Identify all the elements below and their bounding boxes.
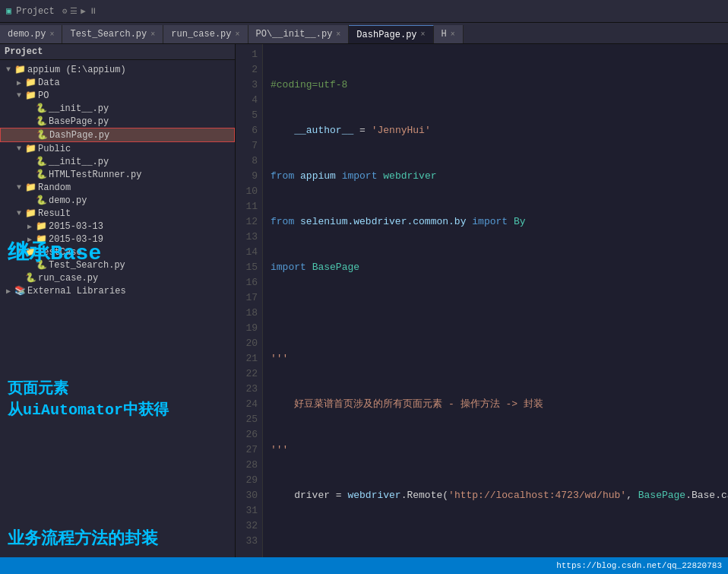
tree-arrow: ▼ [14,209,24,217]
tree-dashpage[interactable]: 🐍 DashPage.py [0,128,235,142]
sidebar: Project ▼ 📁 appium (E:\appium) ▶ 📁 Data … [0,44,236,557]
code-line-6 [271,306,728,321]
close-icon[interactable]: × [49,30,54,39]
code-line-10: driver = webdriver.Remote('http://localh… [271,488,728,503]
title-bar: ▣ Project ⚙ ☰ ▶ ⏸ [0,0,728,23]
tree-public[interactable]: ▼ 📁 Public [0,142,235,155]
tree-random[interactable]: ▼ 📁 Random [0,181,235,194]
folder-icon: 📁 [24,77,36,88]
tree-testcase[interactable]: ▼ 📁 TestCase [0,246,235,258]
tree-label: Result [38,208,71,219]
tree-label: Random [38,182,71,193]
library-icon: 📚 [14,285,26,297]
tree-label: Test_Search.py [49,260,125,271]
tab-label: demo.py [8,29,46,40]
tab-label: H [442,29,447,40]
close-icon[interactable]: × [336,30,340,39]
tree-label: BasePage.py [49,116,109,127]
close-icon[interactable]: × [236,30,240,39]
tab-label: Test_Search.py [70,29,147,40]
tab-h[interactable]: H × [434,25,464,43]
tree-label: 2015-03-19 [49,234,103,245]
tree-test-search[interactable]: 🐍 Test_Search.py [0,258,235,271]
title-project-label: Project [16,6,54,17]
tree-po[interactable]: ▼ 📁 PO [0,89,235,102]
py-icon: 🐍 [35,259,47,271]
code-content[interactable]: #coding=utf-8 __author__ = 'JennyHui' fr… [263,44,728,557]
tree-appium[interactable]: ▼ 📁 appium (E:\appium) [0,63,235,76]
py-icon: 🐍 [35,156,47,167]
close-icon[interactable]: × [451,30,455,39]
tab-po-init[interactable]: PO\__init__.py × [248,25,350,43]
tree-demo-py[interactable]: 🐍 demo.py [0,194,235,207]
py-icon: 🐍 [35,116,47,127]
project-icon: ▣ [6,5,11,17]
code-line-1: #coding=utf-8 [271,78,728,93]
tree-result-0313[interactable]: ▶ 📁 2015-03-13 [0,220,235,233]
py-icon: 🐍 [35,169,47,180]
tree-label: HTMLTestRunner.py [49,170,141,180]
tab-run-case[interactable]: run_case.py × [163,25,248,43]
code-editor[interactable]: 1 2 3 4 5 6 7 8 9 10 11 12 13 14 15 16 1… [236,44,728,557]
tree-label: TestCase [38,247,82,258]
tree-label: DashPage.py [49,130,109,141]
tree-label: demo.py [49,195,87,206]
tab-bar: demo.py × Test_Search.py × run_case.py ×… [0,23,728,44]
tree-arrow: ▶ [14,78,24,87]
tree-arrow: ▶ [24,235,35,244]
main-area: Project ▼ 📁 appium (E:\appium) ▶ 📁 Data … [0,44,728,557]
settings-icon[interactable]: ⚙ [62,6,68,16]
code-line-4: from selenium.webdriver.common.by import… [271,214,728,230]
tree-init-py[interactable]: 🐍 __init__.py [0,102,235,115]
tree-htmltestrunner[interactable]: 🐍 HTMLTestRunner.py [0,168,235,181]
code-area[interactable]: 1 2 3 4 5 6 7 8 9 10 11 12 13 14 15 16 1… [236,44,728,557]
tree-label: __init__.py [49,103,109,114]
tree-arrow: ▶ [24,222,35,231]
code-line-2: __author__ = 'JennyHui' [271,123,728,138]
tab-label: PO\__init__.py [256,29,333,40]
sidebar-toolbar: Project [0,44,235,60]
tree-arrow: ▼ [14,183,24,192]
status-bar: https://blog.csdn.net/qq_22820783 [0,557,728,574]
folder-icon: 📁 [35,233,47,245]
tab-test-search[interactable]: Test_Search.py × [62,25,163,43]
tree-public-init[interactable]: 🐍 __init__.py [0,155,235,168]
code-line-7: ''' [271,351,728,366]
tree-run-case[interactable]: 🐍 run_case.py [0,271,235,284]
tree-label: 2015-03-13 [49,221,103,232]
folder-icon: 📁 [24,182,36,193]
menu-icon[interactable]: ☰ [70,6,78,16]
tab-label: DashPage.py [356,30,416,40]
tree-external-libs[interactable]: ▶ 📚 External Libraries [0,284,235,297]
py-icon: 🐍 [35,103,47,114]
folder-icon: 📁 [24,143,36,154]
tree-label: Public [38,144,71,154]
py-icon: 🐍 [36,129,48,141]
close-icon[interactable]: × [150,30,155,39]
tree-data[interactable]: ▶ 📁 Data [0,76,235,89]
sidebar-title: Project [5,46,43,57]
code-line-5: import BasePage [271,260,728,275]
code-line-11 [271,534,728,549]
folder-icon: 📁 [24,90,36,101]
tree-arrow: ▼ [14,144,24,153]
tree-basepage[interactable]: 🐍 BasePage.py [0,115,235,128]
tab-dashpage[interactable]: DashPage.py × [349,25,433,43]
folder-icon: 📁 [24,208,36,219]
run-icon[interactable]: ▶ [81,6,86,16]
tree-area[interactable]: ▼ 📁 appium (E:\appium) ▶ 📁 Data ▼ 📁 PO 🐍 [0,60,235,557]
code-line-9: ''' [271,442,728,458]
close-icon[interactable]: × [421,30,426,39]
pause-icon[interactable]: ⏸ [89,6,97,16]
tree-arrow: ▶ [3,287,14,296]
tree-label: appium (E:\appium) [27,65,126,75]
tree-result-0319[interactable]: ▶ 📁 2015-03-19 [0,233,235,246]
tree-result[interactable]: ▼ 📁 Result [0,207,235,220]
folder-icon: 📁 [24,246,36,258]
code-line-3: from appium import webdriver [271,169,728,184]
tab-label: run_case.py [171,29,231,40]
tab-demo-py[interactable]: demo.py × [0,25,62,43]
tree-arrow: ▼ [14,91,24,100]
line-numbers: 1 2 3 4 5 6 7 8 9 10 11 12 13 14 15 16 1… [236,44,263,557]
tree-label: __init__.py [49,157,109,167]
